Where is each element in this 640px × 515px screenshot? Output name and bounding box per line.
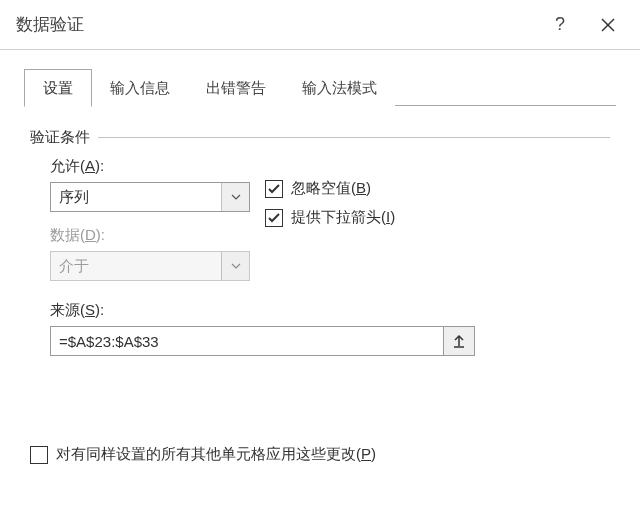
tab-settings[interactable]: 设置 <box>24 69 92 107</box>
checkbox-icon <box>265 209 283 227</box>
window-title: 数据验证 <box>16 13 536 36</box>
titlebar: 数据验证 ? <box>0 0 640 50</box>
ignore-blank-checkbox[interactable]: 忽略空值(B) <box>265 179 395 198</box>
checkbox-icon <box>30 446 48 464</box>
help-button[interactable]: ? <box>536 5 584 45</box>
validation-group-label: 验证条件 <box>30 128 610 147</box>
tab-error-alert[interactable]: 出错警告 <box>188 69 284 107</box>
data-combo: 介于 <box>50 251 250 281</box>
data-label: 数据(D): <box>50 226 265 245</box>
close-button[interactable] <box>584 5 632 45</box>
settings-panel: 验证条件 允许(A): 序列 数据(D): <box>24 106 616 356</box>
chevron-down-icon <box>231 194 241 200</box>
in-cell-dropdown-checkbox[interactable]: 提供下拉箭头(I) <box>265 208 395 227</box>
source-input[interactable]: =$A$23:$A$33 <box>50 326 475 356</box>
range-picker-button[interactable] <box>443 326 475 356</box>
close-icon <box>601 18 615 32</box>
source-value: =$A$23:$A$33 <box>51 327 443 355</box>
allow-dropdown-button[interactable] <box>221 183 249 211</box>
tab-ime[interactable]: 输入法模式 <box>284 69 395 107</box>
allow-value: 序列 <box>51 183 221 211</box>
tab-input-message[interactable]: 输入信息 <box>92 69 188 107</box>
data-value: 介于 <box>51 252 221 280</box>
allow-label: 允许(A): <box>50 157 265 176</box>
source-label: 来源(S): <box>50 301 610 320</box>
allow-combo[interactable]: 序列 <box>50 182 250 212</box>
checkbox-icon <box>265 180 283 198</box>
tab-bar: 设置 输入信息 出错警告 输入法模式 <box>24 68 616 106</box>
chevron-down-icon <box>231 263 241 269</box>
data-dropdown-button <box>221 252 249 280</box>
range-picker-icon <box>452 334 466 348</box>
apply-all-checkbox[interactable]: 对有同样设置的所有其他单元格应用这些更改(P) <box>30 445 376 464</box>
